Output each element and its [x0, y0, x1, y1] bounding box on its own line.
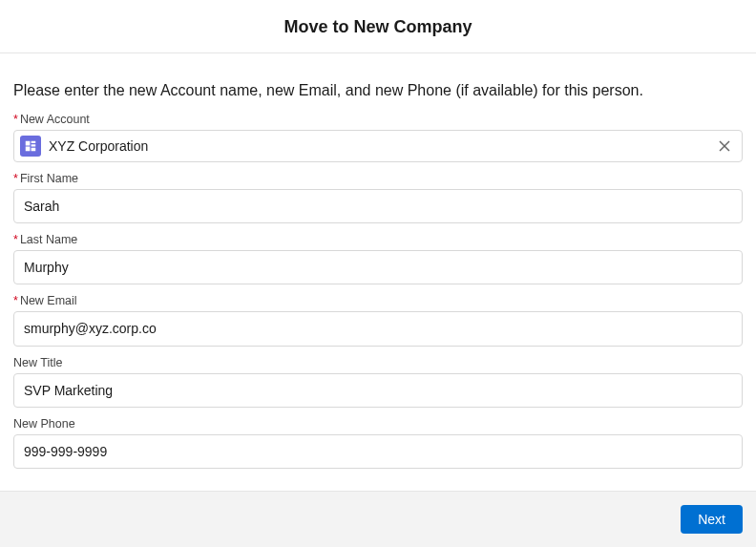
page-title: Move to New Company — [0, 17, 756, 37]
required-indicator: * — [13, 113, 18, 126]
new-phone-input[interactable] — [13, 434, 743, 469]
field-new-phone: New Phone — [13, 417, 743, 469]
new-account-value: XYZ Corporation — [49, 138, 707, 154]
new-email-label: *New Email — [13, 294, 743, 307]
dialog-footer: Next — [0, 491, 756, 547]
field-new-email: *New Email — [13, 294, 743, 346]
field-new-account: *New Account XYZ Corporation — [13, 113, 743, 162]
first-name-label: *First Name — [13, 172, 743, 185]
required-indicator: * — [13, 294, 18, 307]
account-icon — [20, 136, 41, 157]
last-name-input[interactable] — [13, 250, 743, 284]
new-title-label: New Title — [13, 356, 743, 369]
last-name-label: *Last Name — [13, 233, 743, 246]
new-account-label: *New Account — [13, 113, 743, 126]
form-description: Please enter the new Account name, new E… — [13, 82, 743, 99]
required-indicator: * — [13, 233, 18, 246]
new-phone-label: New Phone — [13, 417, 743, 431]
form-content: Please enter the new Account name, new E… — [0, 53, 756, 492]
required-indicator: * — [13, 172, 18, 185]
field-new-title: New Title — [13, 356, 743, 408]
clear-account-button[interactable] — [715, 137, 734, 156]
dialog-header: Move to New Company — [0, 0, 756, 53]
new-account-lookup[interactable]: XYZ Corporation — [13, 130, 743, 162]
first-name-input[interactable] — [13, 189, 743, 223]
next-button[interactable]: Next — [681, 505, 743, 534]
close-icon — [719, 140, 730, 152]
field-last-name: *Last Name — [13, 233, 743, 284]
new-title-input[interactable] — [13, 373, 743, 408]
field-first-name: *First Name — [13, 172, 743, 223]
new-email-input[interactable] — [13, 311, 743, 346]
